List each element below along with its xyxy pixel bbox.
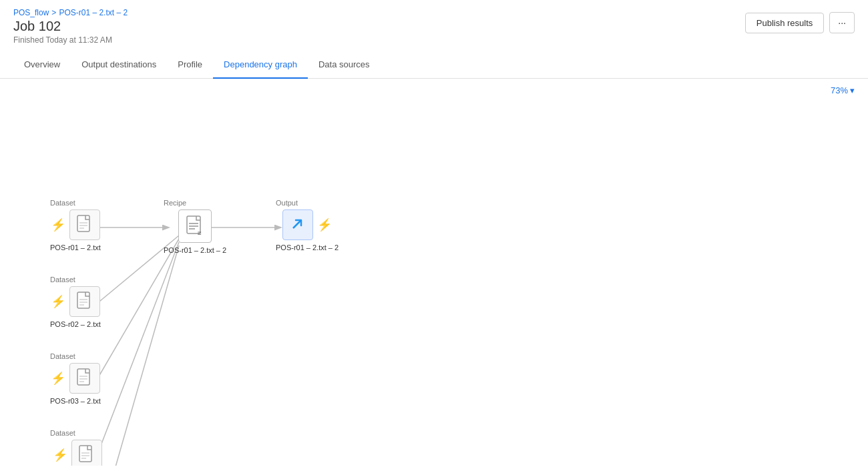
svg-text:≡: ≡ <box>198 229 202 237</box>
node-ds4-type-label: Dataset <box>50 429 75 437</box>
node-ds4-lightning-icon: ⚡ <box>53 448 67 462</box>
graph-connections <box>13 85 855 466</box>
node-ds1-lightning-icon: ⚡ <box>51 217 65 232</box>
node-ds4[interactable]: Dataset ⚡ REF_CAL – 2.txt <box>50 429 105 466</box>
job-subtitle: Finished Today at 11:32 AM <box>13 35 128 45</box>
doc-icon <box>76 215 93 235</box>
node-ds2-lightning-icon: ⚡ <box>51 294 65 309</box>
breadcrumb-separator: > <box>51 8 56 17</box>
header: POS_flow > POS-r01 – 2.txt – 2 Job 102 F… <box>0 0 868 51</box>
breadcrumb-flow[interactable]: POS_flow <box>13 8 49 17</box>
tab-profile[interactable]: Profile <box>167 51 213 79</box>
node-recipe1-type-label: Recipe <box>164 199 186 207</box>
node-ds3-lightning-icon: ⚡ <box>51 371 65 386</box>
doc-icon <box>76 368 93 388</box>
dependency-graph: Dataset ⚡ POS-r01 – 2.txt Dataset <box>13 85 855 466</box>
node-output1-lightning-icon: ⚡ <box>317 217 332 232</box>
publish-results-button[interactable]: Publish results <box>745 13 825 33</box>
breadcrumb-recipe[interactable]: POS-r01 – 2.txt – 2 <box>59 8 128 17</box>
breadcrumb: POS_flow > POS-r01 – 2.txt – 2 <box>13 8 128 17</box>
svg-rect-7 <box>77 215 89 231</box>
node-ds3-box[interactable] <box>69 363 100 394</box>
tab-output-destinations[interactable]: Output destinations <box>71 51 167 79</box>
more-options-button[interactable]: ··· <box>829 12 855 33</box>
node-output1-name: POS-r01 – 2.txt – 2 <box>276 244 339 252</box>
svg-rect-19 <box>79 446 91 462</box>
node-recipe1[interactable]: Recipe ≡ POS-r01 – 2.txt – 2 <box>164 199 226 254</box>
doc-icon <box>78 445 95 465</box>
node-ds3-type-label: Dataset <box>50 352 75 360</box>
header-actions: Publish results ··· <box>745 12 855 33</box>
node-output1[interactable]: Output ⚡ POS-r01 – 2.txt – 2 <box>276 199 339 252</box>
node-ds2-name: POS-r02 – 2.txt <box>50 320 101 328</box>
content-area: 73% ▾ Dataset <box>0 79 868 475</box>
node-recipe1-box[interactable]: ≡ <box>178 209 212 243</box>
tab-data-sources[interactable]: Data sources <box>308 51 381 79</box>
svg-rect-11 <box>77 292 89 308</box>
node-output1-type-label: Output <box>276 199 298 207</box>
svg-rect-15 <box>77 369 89 385</box>
node-output1-box[interactable] <box>282 209 313 240</box>
output-icon <box>289 216 306 233</box>
recipe-icon: ≡ <box>186 215 204 237</box>
node-ds4-box[interactable] <box>71 440 102 466</box>
node-ds1[interactable]: Dataset ⚡ POS-r01 – 2.txt <box>50 199 101 252</box>
node-ds1-name: POS-r01 – 2.txt <box>50 244 101 252</box>
node-ds2[interactable]: Dataset ⚡ POS-r02 – 2.txt <box>50 276 101 328</box>
svg-line-3 <box>96 239 179 381</box>
tab-overview[interactable]: Overview <box>13 51 71 79</box>
tabs-bar: Overview Output destinations Profile Dep… <box>0 51 868 79</box>
node-ds2-box[interactable] <box>69 286 100 317</box>
node-ds2-type-label: Dataset <box>50 276 75 284</box>
node-ds1-box[interactable] <box>69 209 100 240</box>
svg-line-4 <box>96 242 179 458</box>
node-ds1-type-label: Dataset <box>50 199 75 207</box>
node-recipe1-name: POS-r01 – 2.txt – 2 <box>164 246 226 254</box>
node-ds3-name: POS-r03 – 2.txt <box>50 397 101 405</box>
header-left: POS_flow > POS-r01 – 2.txt – 2 Job 102 F… <box>13 8 128 45</box>
svg-line-5 <box>96 246 179 466</box>
node-ds3[interactable]: Dataset ⚡ POS-r03 – 2.txt <box>50 352 101 405</box>
tab-dependency-graph[interactable]: Dependency graph <box>213 51 308 79</box>
doc-icon <box>76 292 93 312</box>
job-title: Job 102 <box>13 19 128 34</box>
